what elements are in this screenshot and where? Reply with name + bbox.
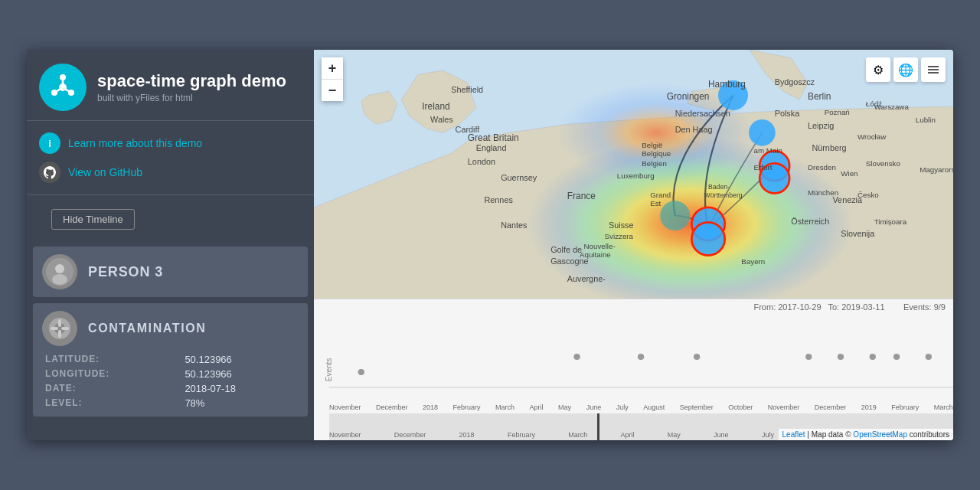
svg-text:Erfurt: Erfurt (754, 163, 773, 172)
contamination-header: CONTAMINATION (42, 311, 299, 346)
logo-text: space-time graph demo built with yFiles … (97, 71, 286, 103)
github-icon (39, 162, 60, 183)
svg-text:Nantes: Nantes (501, 220, 528, 230)
svg-text:France: France (567, 191, 596, 201)
svg-rect-15 (58, 319, 61, 327)
zoom-in-button[interactable]: + (322, 57, 343, 79)
svg-text:Groningen: Groningen (667, 91, 710, 102)
timeline-chart-svg: 0.5 0.1 0.0 (329, 299, 953, 414)
svg-text:Nouvelle-: Nouvelle- (584, 242, 616, 250)
svg-text:Great Britain: Great Britain (468, 132, 519, 143)
date-value: 2018-07-18 (185, 383, 299, 394)
timeline-section: From: 2017-10-29 To: 2019-03-11 Events: … (314, 299, 953, 440)
timeline-from: From: 2017-10-29 (753, 302, 821, 312)
timeline-events: Events: 9/9 (903, 302, 946, 312)
svg-text:Belgique: Belgique (642, 149, 671, 158)
latitude-label: LATITUDE: (45, 354, 172, 365)
level-value: 78% (185, 397, 299, 409)
contamination-icon (42, 311, 77, 346)
svg-point-94 (573, 354, 580, 360)
globe-icon[interactable]: 🌐 (893, 57, 918, 82)
svg-rect-17 (51, 327, 58, 330)
svg-text:Slovenija: Slovenija (841, 229, 875, 238)
svg-point-99 (870, 354, 876, 360)
svg-text:Grand: Grand (650, 191, 671, 199)
svg-text:Lublin: Lublin (916, 116, 936, 124)
logo-section: space-time graph demo built with yFiles … (27, 50, 314, 121)
person-card: PERSON 3 (33, 247, 308, 297)
svg-text:Sheffield: Sheffield (451, 85, 483, 94)
right-panel: Ireland Sheffield Wales Cardiff Great Br… (314, 50, 953, 440)
github-label: View on GitHub (68, 166, 142, 178)
app-logo (39, 64, 87, 111)
date-label: DATE: (45, 383, 172, 394)
svg-text:Auvergne-: Auvergne- (567, 274, 606, 283)
level-label: LEVEL: (45, 397, 172, 409)
timeline-to: To: 2019-03-11 (828, 302, 885, 312)
learn-more-label: Learn more about this demo (68, 137, 202, 149)
svg-text:Berlin: Berlin (808, 91, 831, 102)
svg-text:Wales: Wales (430, 115, 453, 124)
map-zoom-controls: + − (322, 57, 343, 101)
timeline-position-indicator (597, 413, 599, 440)
learn-more-link[interactable]: i Learn more about this demo (39, 129, 302, 158)
contamination-card: CONTAMINATION LATITUDE: 50.123966 LONGIT… (33, 303, 308, 416)
svg-rect-86 (928, 66, 939, 67)
svg-text:Bydgoszcz: Bydgoszcz (775, 77, 815, 87)
svg-text:i: i (48, 138, 51, 149)
events-y-axis-label: Events (325, 358, 333, 382)
svg-text:Guernsey: Guernsey (501, 173, 537, 182)
svg-text:Leipzig: Leipzig (808, 121, 834, 130)
svg-text:Magyarország: Magyarország (920, 165, 953, 174)
svg-text:Luxemburg: Luxemburg (617, 172, 655, 180)
svg-point-97 (805, 354, 812, 360)
svg-text:Österreich: Österreich (791, 217, 829, 226)
svg-point-28 (660, 201, 690, 230)
svg-point-12 (52, 274, 67, 285)
settings-icon[interactable]: ⚙ (866, 57, 890, 82)
svg-text:Poznań: Poznań (825, 108, 850, 116)
timeline-months-top: November December 2018 February March Ap… (329, 403, 953, 411)
contamination-title: CONTAMINATION (88, 322, 206, 335)
svg-text:Den Haag: Den Haag (675, 125, 713, 134)
osm-link[interactable]: OpenStreetMap (853, 430, 907, 439)
latitude-value: 50.123966 (185, 354, 299, 365)
svg-text:Timișoara: Timișoara (874, 217, 907, 226)
svg-point-96 (694, 354, 700, 360)
map-right-controls: ⚙ 🌐 (866, 57, 946, 82)
svg-text:Belgien: Belgien (642, 159, 667, 168)
layers-icon[interactable] (921, 57, 946, 82)
person-name: PERSON 3 (88, 264, 163, 280)
zoom-out-button[interactable]: − (322, 80, 343, 101)
leaflet-link[interactable]: Leaflet (782, 430, 805, 439)
svg-rect-87 (928, 69, 939, 70)
svg-text:België: België (642, 141, 662, 149)
svg-text:England: England (476, 143, 507, 152)
svg-text:Ireland: Ireland (422, 101, 449, 112)
person-avatar (42, 254, 77, 289)
svg-text:Golfe de: Golfe de (550, 245, 582, 254)
map-attribution: Leaflet | Map data © OpenStreetMap contr… (779, 429, 953, 440)
map-container[interactable]: Ireland Sheffield Wales Cardiff Great Br… (314, 50, 953, 299)
hide-timeline-button[interactable]: Hide Timeline (51, 209, 135, 230)
svg-text:Württemberg: Württemberg (704, 191, 743, 199)
svg-point-95 (638, 354, 644, 360)
svg-point-23 (749, 119, 776, 146)
svg-text:Bayern: Bayern (741, 256, 765, 265)
timeline-toggle-container: Hide Timeline (27, 195, 314, 243)
svg-text:Nürnberg: Nürnberg (812, 143, 846, 152)
svg-text:am Main: am Main (754, 146, 782, 155)
svg-text:Polska: Polska (775, 109, 800, 118)
svg-text:Dresden: Dresden (808, 163, 836, 172)
svg-rect-88 (928, 72, 939, 74)
svg-text:Niedersachsen: Niedersachsen (675, 109, 730, 118)
svg-rect-18 (61, 327, 69, 330)
svg-point-100 (893, 354, 900, 360)
svg-point-101 (926, 354, 932, 360)
svg-text:Rennes: Rennes (485, 195, 514, 204)
svg-text:Aquitaine: Aquitaine (580, 250, 611, 259)
longitude-value: 50.123966 (185, 368, 299, 380)
github-link[interactable]: View on GitHub (39, 158, 302, 187)
nav-links: i Learn more about this demo View on Git… (27, 121, 314, 195)
longitude-label: LONGITUDE: (45, 368, 172, 380)
